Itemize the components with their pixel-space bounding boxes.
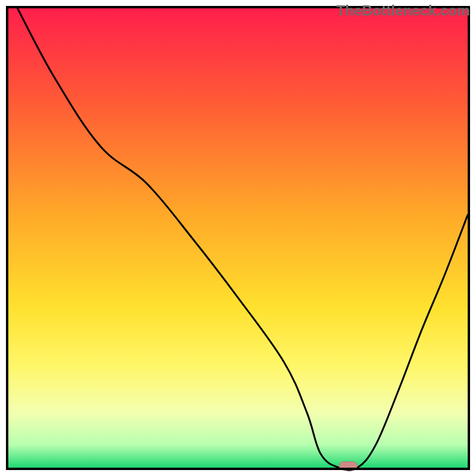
bottleneck-chart	[0, 0, 476, 476]
watermark-label: TheBottleneck.com	[336, 2, 470, 19]
chart-background	[8, 8, 468, 468]
chart-container: TheBottleneck.com	[0, 0, 476, 476]
